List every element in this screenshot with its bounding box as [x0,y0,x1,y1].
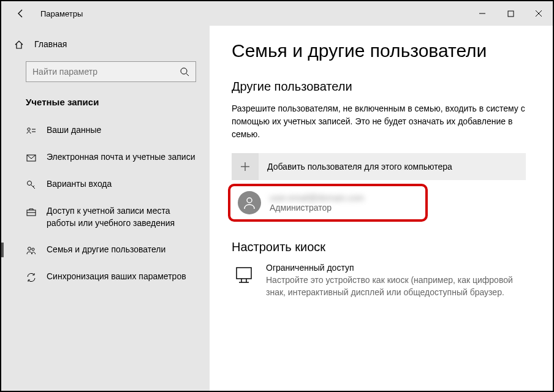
briefcase-icon [26,206,37,217]
other-users-description: Разрешите пользователям, не включенным в… [232,102,526,141]
key-icon [26,179,37,190]
sync-icon [26,272,37,283]
kiosk-row[interactable]: Ограниченный доступ Настройте это устрой… [232,263,526,299]
kiosk-header: Настроить киоск [232,240,531,254]
add-user-label: Добавить пользователя для этого компьюте… [267,162,452,172]
kiosk-title: Ограниченный доступ [266,263,526,273]
plus-icon [232,153,259,180]
sidebar-item-label: Доступ к учетной записи места работы или… [47,205,197,229]
page-title: Семья и другие пользователи [232,40,531,61]
search-input[interactable] [32,67,180,77]
svg-rect-1 [508,11,514,17]
person-icon [242,195,257,210]
sidebar-item-email[interactable]: Электронная почта и учетные записи [1,144,210,171]
avatar [238,191,261,214]
home-link[interactable]: Главная [1,33,210,55]
sidebar-item-work[interactable]: Доступ к учетной записи места работы или… [1,198,210,236]
svg-point-11 [28,247,31,251]
people-icon [26,245,37,256]
user-account-row[interactable]: user.email@domain.com Администратор [232,187,526,218]
sidebar-item-label: Варианты входа [47,178,112,190]
titlebar: Параметры [1,1,553,26]
close-icon [535,10,542,17]
back-button[interactable] [13,6,28,21]
sidebar-item-label: Синхронизация ваших параметров [47,271,186,283]
sidebar-item-your-info[interactable]: Ваши данные [1,117,210,144]
person-card-icon [26,126,37,137]
window-title: Параметры [40,9,83,18]
maximize-button[interactable] [496,1,525,26]
svg-line-3 [186,74,189,76]
minimize-icon [479,10,486,17]
arrow-left-icon [16,9,26,18]
close-button[interactable] [525,1,553,26]
content-area: Семья и другие пользователи Другие польз… [210,26,553,391]
add-user-button[interactable]: Добавить пользователя для этого компьюте… [232,153,526,180]
settings-window: Параметры Главная [0,0,554,392]
sidebar: Главная Учетные записи Ваши данные [1,26,210,391]
minimize-button[interactable] [468,1,496,26]
monitor-icon [232,263,256,287]
svg-point-4 [28,128,30,130]
svg-rect-16 [237,268,251,279]
sidebar-item-label: Семья и другие пользователи [47,244,165,256]
sidebar-item-family[interactable]: Семья и другие пользователи [1,236,210,263]
sidebar-item-label: Ваши данные [47,124,101,137]
mail-icon [26,153,37,164]
svg-point-8 [28,181,32,186]
sidebar-section-title: Учетные записи [1,91,210,117]
sidebar-item-signin[interactable]: Варианты входа [1,171,210,198]
search-icon [180,67,189,77]
svg-point-15 [247,198,252,203]
maximize-icon [507,10,514,17]
svg-point-12 [32,248,34,251]
user-role: Администратор [270,203,364,213]
sidebar-item-label: Электронная почта и учетные записи [47,151,195,164]
search-box[interactable] [26,61,196,82]
kiosk-description: Настройте это устройство как киоск (напр… [266,274,526,299]
home-label: Главная [34,39,67,49]
sidebar-item-sync[interactable]: Синхронизация ваших параметров [1,263,210,290]
home-icon [13,39,25,50]
svg-point-2 [181,68,187,74]
window-controls [468,1,553,26]
user-email: user.email@domain.com [270,193,364,203]
other-users-header: Другие пользователи [232,80,531,94]
